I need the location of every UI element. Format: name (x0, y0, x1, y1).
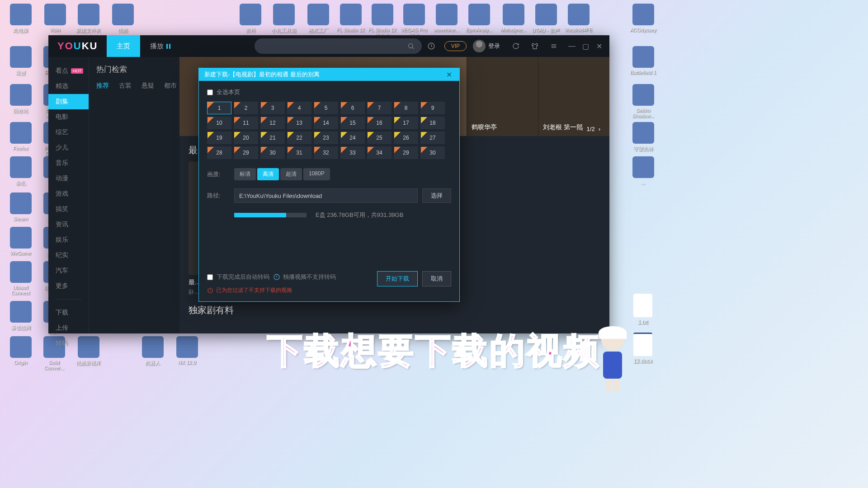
episode-button[interactable]: 27 (420, 131, 445, 144)
episode-button[interactable]: 31 (287, 146, 311, 159)
cancel-button[interactable]: 取消 (422, 271, 451, 286)
episode-button[interactable]: 22 (287, 131, 311, 144)
episode-button[interactable]: 13 (287, 117, 311, 129)
sidebar-item[interactable]: 剧集 (48, 94, 89, 109)
sidebar-item[interactable]: 资讯 (48, 217, 89, 232)
sidebar-item[interactable]: 上传 (48, 320, 89, 336)
sidebar-item[interactable]: 音乐 (48, 155, 89, 171)
skin-icon[interactable] (527, 38, 542, 54)
episode-button[interactable]: 30 (260, 146, 285, 159)
quality-button[interactable]: 超清 (280, 168, 302, 180)
hero-card[interactable]: 刘老根 第一部 (538, 57, 609, 136)
desktop-icon[interactable]: 暴雪战网 (4, 301, 38, 331)
sidebar-item[interactable]: 娱乐 (48, 232, 89, 248)
episode-button[interactable]: 33 (340, 146, 365, 159)
desktop-icon[interactable]: 杂乱 (4, 156, 38, 187)
episode-button[interactable]: 10 (207, 117, 231, 129)
category-item[interactable]: 古装 (119, 82, 132, 90)
sidebar-item[interactable]: 转码 (48, 336, 89, 351)
desktop-icon[interactable]: Sekiro Shadow... (626, 84, 660, 118)
desktop-icon[interactable]: 守望先锋 (626, 122, 660, 152)
category-item[interactable]: 都市 (164, 82, 177, 90)
desktop-icon[interactable]: NX 12.0 (170, 336, 204, 365)
sidebar-item[interactable]: 动漫 (48, 171, 89, 186)
episode-button[interactable]: 9 (420, 102, 445, 114)
tab-play[interactable]: 播放 (140, 35, 180, 57)
desktop-icon[interactable]: Vocaloid4FE (561, 4, 595, 33)
vip-badge[interactable]: VIP (444, 41, 467, 51)
desktop-icon[interactable]: ... (626, 156, 660, 185)
episode-button[interactable]: 6 (340, 102, 365, 114)
episode-button[interactable]: 29 (234, 146, 258, 159)
browse-button[interactable]: 选择 (422, 188, 451, 203)
search-input[interactable] (255, 38, 422, 54)
episode-button[interactable]: 21 (260, 131, 285, 144)
refresh-icon[interactable] (508, 38, 524, 54)
desktop-icon[interactable]: wavetone... (429, 4, 463, 33)
desktop-file[interactable]: 1.txt (629, 294, 656, 325)
sidebar-item[interactable]: 少儿 (48, 140, 89, 155)
desktop-file[interactable]: 12.docx (629, 333, 656, 364)
episode-button[interactable]: 5 (314, 102, 338, 114)
desktop-icon[interactable]: 新建文件夹 (2) (71, 4, 105, 39)
desktop-icon[interactable]: FL Studio 12 (334, 4, 368, 33)
desktop-icon[interactable]: VEGAS Pro 15.0 (397, 4, 431, 38)
episode-button[interactable]: 1 (207, 102, 231, 114)
desktop-icon[interactable]: Firefox (4, 122, 38, 151)
sidebar-item[interactable]: 精选 (48, 79, 89, 94)
chevron-left-icon[interactable]: ‹ (581, 126, 583, 132)
episode-button[interactable]: 32 (314, 146, 338, 159)
sidebar-item[interactable]: 综艺 (48, 125, 89, 140)
episode-button[interactable]: 20 (234, 131, 258, 144)
close-button[interactable]: ✕ (592, 39, 606, 53)
login-button[interactable]: 登录 (488, 42, 500, 50)
sidebar-item[interactable]: 纪实 (48, 248, 89, 263)
desktop-icon[interactable]: ACOdyssey (626, 4, 660, 33)
select-all-input[interactable] (207, 89, 213, 95)
sidebar-item[interactable]: 更多 (48, 278, 89, 294)
desktop-icon[interactable]: Origin (4, 336, 38, 365)
desktop-icon[interactable]: Steam (4, 192, 38, 221)
episode-button[interactable]: 7 (367, 102, 392, 114)
episode-button[interactable]: 17 (394, 117, 418, 129)
episode-button[interactable]: 24 (340, 131, 365, 144)
episode-button[interactable]: 2 (234, 102, 258, 114)
episode-button[interactable]: 16 (367, 117, 392, 129)
episode-button[interactable]: 8 (394, 102, 418, 114)
tab-home[interactable]: 主页 (107, 35, 140, 57)
sidebar-item[interactable]: 看点HOT (48, 63, 89, 79)
episode-button[interactable]: 18 (420, 117, 445, 129)
desktop-icon[interactable]: 机器人 (136, 336, 170, 366)
episode-button[interactable]: 3 (260, 102, 285, 114)
auto-transcode-checkbox[interactable] (207, 274, 213, 280)
desktop-icon[interactable]: 逗蟹 (4, 46, 38, 76)
desktop-icon[interactable]: 回收站 (4, 84, 38, 114)
episode-button[interactable]: 12 (260, 117, 285, 129)
quality-button[interactable]: 高清 (257, 168, 279, 180)
desktop-icon[interactable]: BpmAnaly... (462, 4, 496, 33)
episode-button[interactable]: 26 (394, 131, 418, 144)
menu-icon[interactable] (546, 38, 561, 54)
sidebar-item[interactable]: 搞笑 (48, 202, 89, 217)
history-icon[interactable] (424, 38, 439, 54)
dialog-close-button[interactable]: ✕ (444, 70, 454, 79)
sidebar-item[interactable]: 下载 (48, 305, 89, 320)
episode-button[interactable]: 19 (207, 131, 231, 144)
desktop-icon[interactable]: 此电脑 (4, 4, 38, 34)
episode-button[interactable]: 15 (340, 117, 365, 129)
sidebar-item[interactable]: 汽车 (48, 263, 89, 278)
quality-button[interactable]: 1080P (303, 168, 330, 180)
desktop-icon[interactable]: Melodyne... (496, 4, 530, 33)
chevron-right-icon[interactable]: › (599, 126, 600, 132)
desktop-icon[interactable]: 小丸工具箱 (267, 4, 301, 34)
desktop-icon[interactable]: Battlefield 1 (626, 46, 660, 75)
episode-button[interactable]: 14 (314, 117, 338, 129)
episode-button[interactable]: 34 (367, 146, 392, 159)
desktop-icon[interactable]: 资料 (233, 4, 267, 34)
category-item[interactable]: 推荐 (96, 82, 109, 90)
path-input[interactable] (234, 188, 418, 203)
episode-button[interactable]: 23 (314, 131, 338, 144)
episode-button[interactable]: 25 (367, 131, 392, 144)
maximize-button[interactable]: ▢ (579, 39, 592, 53)
avatar[interactable] (473, 40, 486, 52)
